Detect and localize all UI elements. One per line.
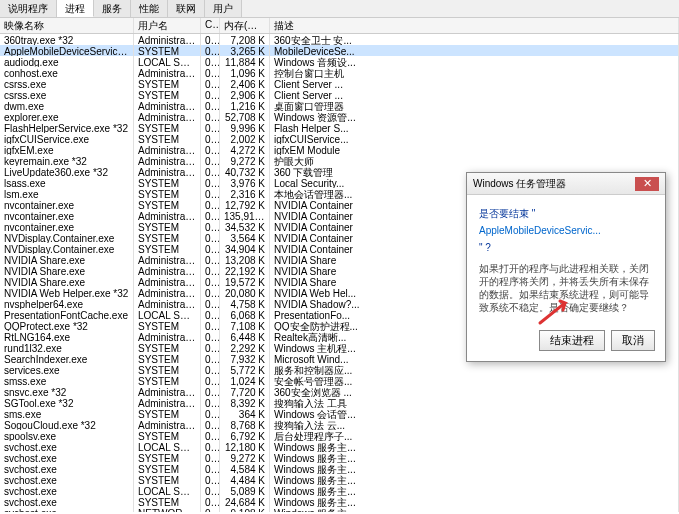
dialog-message: 如果打开的程序与此进程相关联，关闭开的程序将关闭，并将丢失所有未保存的数据。如果… bbox=[479, 262, 653, 314]
end-process-button[interactable]: 结束进程 bbox=[539, 330, 605, 351]
table-row[interactable]: svchost.exeSYSTEM004,484 KWindows 服务主... bbox=[0, 474, 679, 485]
col-cpu[interactable]: CPU bbox=[201, 18, 220, 33]
table-row[interactable]: svchost.exeSYSTEM004,584 KWindows 服务主... bbox=[0, 463, 679, 474]
table-row[interactable]: smss.exeSYSTEM001,024 K安全帐号管理器... bbox=[0, 375, 679, 386]
table-row[interactable]: AppleMobileDeviceService.exeSYSTEM003,26… bbox=[0, 45, 679, 56]
close-icon[interactable]: ✕ bbox=[635, 177, 659, 191]
table-row[interactable]: csrss.exeSYSTEM002,906 KClient Server ..… bbox=[0, 89, 679, 100]
table-row[interactable]: explorer.exeAdministrator0052,708 KWindo… bbox=[0, 111, 679, 122]
table-row[interactable]: svchost.exeLOCAL SERVICE0012,180 KWindow… bbox=[0, 441, 679, 452]
table-row[interactable]: igfxEM.exeAdministrator004,272 KigfxEM M… bbox=[0, 144, 679, 155]
cancel-button[interactable]: 取消 bbox=[611, 330, 655, 351]
column-headers: 映像名称 用户名 CPU 内存(专... 描述 bbox=[0, 18, 679, 34]
tab-1[interactable]: 进程 bbox=[57, 0, 94, 17]
col-desc[interactable]: 描述 bbox=[270, 18, 679, 33]
tab-0[interactable]: 说明程序 bbox=[0, 0, 57, 17]
table-row[interactable]: dwm.exeAdministrator001,216 K桌面窗口管理器 bbox=[0, 100, 679, 111]
table-row[interactable]: services.exeSYSTEM005,772 K服务和控制器应... bbox=[0, 364, 679, 375]
table-row[interactable]: svchost.exeLOCAL SERVICE005,089 KWindows… bbox=[0, 485, 679, 496]
tab-2[interactable]: 服务 bbox=[94, 0, 131, 17]
table-row[interactable]: csrss.exeSYSTEM002,406 KClient Server ..… bbox=[0, 78, 679, 89]
table-row[interactable]: keyremain.exe *32Administrator009,272 K护… bbox=[0, 155, 679, 166]
table-row[interactable]: svchost.exeSYSTEM009,272 KWindows 服务主... bbox=[0, 452, 679, 463]
tab-5[interactable]: 用户 bbox=[205, 0, 242, 17]
table-row[interactable]: spoolsv.exeSYSTEM006,792 K后台处理程序子... bbox=[0, 430, 679, 441]
dialog-question: 是否要结束 " AppleMobileDeviceServic... " ? bbox=[479, 205, 653, 256]
table-row[interactable]: sms.exeSYSTEM00364 KWindows 会话管... bbox=[0, 408, 679, 419]
tab-3[interactable]: 性能 bbox=[131, 0, 168, 17]
table-row[interactable]: snsvc.exe *32Administrator007,720 K360安全… bbox=[0, 386, 679, 397]
table-row[interactable]: conhost.exeAdministrator001,096 K控制台窗口主机 bbox=[0, 67, 679, 78]
confirm-dialog: Windows 任务管理器 ✕ 是否要结束 " AppleMobileDevic… bbox=[466, 172, 666, 362]
col-mem[interactable]: 内存(专... bbox=[220, 18, 270, 33]
table-row[interactable]: audiodg.exeLOCAL SERVICE0011,884 KWindow… bbox=[0, 56, 679, 67]
table-row[interactable]: SogouCloud.exe *32Administrator008,768 K… bbox=[0, 419, 679, 430]
dialog-buttons: 结束进程 取消 bbox=[467, 324, 665, 361]
tab-bar: 说明程序进程服务性能联网用户 bbox=[0, 0, 679, 18]
dialog-process-name: AppleMobileDeviceServic... bbox=[479, 225, 601, 236]
table-row[interactable]: igfxCUIService.exeSYSTEM002,002 KigfxCUI… bbox=[0, 133, 679, 144]
table-row[interactable]: SGTool.exe *32Administrator008,392 K搜狗输入… bbox=[0, 397, 679, 408]
col-name[interactable]: 映像名称 bbox=[0, 18, 134, 33]
tab-4[interactable]: 联网 bbox=[168, 0, 205, 17]
table-row[interactable]: svchost.exeNETWORK SERVICE009,108 KWindo… bbox=[0, 507, 679, 512]
table-row[interactable]: FlashHelperService.exe *32SYSTEM009,996 … bbox=[0, 122, 679, 133]
col-user[interactable]: 用户名 bbox=[134, 18, 201, 33]
dialog-title-text: Windows 任务管理器 bbox=[473, 177, 566, 191]
dialog-body: 是否要结束 " AppleMobileDeviceServic... " ? 如… bbox=[467, 195, 665, 324]
dialog-titlebar: Windows 任务管理器 ✕ bbox=[467, 173, 665, 195]
table-row[interactable]: svchost.exeSYSTEM0024,684 KWindows 服务主..… bbox=[0, 496, 679, 507]
table-row[interactable]: 360tray.exe *32Administrator007,208 K360… bbox=[0, 34, 679, 45]
